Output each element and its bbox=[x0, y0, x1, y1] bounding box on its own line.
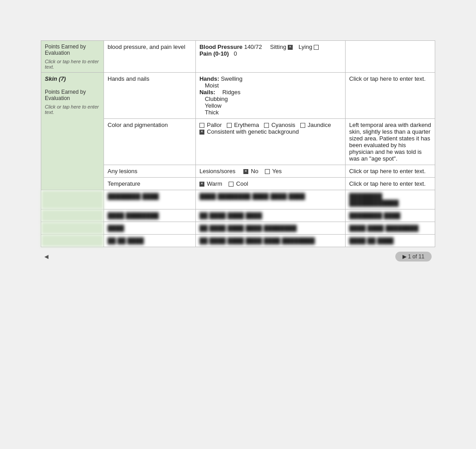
color-findings: Pallor Erythema Cyanosis Jaundice Consis… bbox=[195, 119, 345, 165]
color-category-text: Color and pigmentation bbox=[108, 122, 168, 128]
pallor-label: Pallor bbox=[207, 122, 222, 128]
blurred-row-4: ██ ██ ████ ██ ████ ████ ████ ████ ██████… bbox=[41, 235, 435, 247]
bp-findings: Blood Pressure 140/72 Sitting Lying Pain… bbox=[195, 41, 345, 73]
pallor-checkbox[interactable] bbox=[199, 123, 204, 128]
footer-bar: ◀ ▶ 1 of 11 bbox=[41, 250, 435, 263]
erythema-checkbox[interactable] bbox=[227, 123, 232, 128]
lying-checkbox[interactable] bbox=[314, 45, 319, 50]
bp-points-cell: Points Earned by Evaluation Click or tap… bbox=[41, 41, 104, 73]
nails-section: Nails: Ridges Clubbing Yellow Thick bbox=[199, 89, 342, 116]
blurred-find-3: ██ ████ ████ ████ ████████ bbox=[195, 222, 345, 235]
lesions-findings: Lesions/sores No Yes bbox=[195, 165, 345, 178]
sitting-checkbox[interactable] bbox=[288, 45, 293, 50]
lesions-category-text: Any lesions bbox=[108, 168, 137, 174]
cyanosis-checkbox[interactable] bbox=[264, 123, 269, 128]
bp-click-text[interactable]: Click or tap here to enter text. bbox=[45, 59, 100, 70]
pain-label: Pain (0-10) bbox=[199, 50, 229, 57]
warm-label: Warm bbox=[207, 180, 222, 187]
consistent-checkbox[interactable] bbox=[199, 130, 204, 135]
jaundice-label: Jaundice bbox=[307, 122, 331, 128]
color-notes-text: Left temporal area with darkend skin, sl… bbox=[349, 122, 431, 162]
nails-item-3: Thick bbox=[205, 109, 219, 116]
bp-row: Points Earned by Evaluation Click or tap… bbox=[41, 41, 435, 73]
nails-item-0: Ridges bbox=[222, 89, 240, 96]
skin-click-text[interactable]: Click or tap here to enter text. bbox=[45, 104, 100, 115]
nails-item-1: Clubbing bbox=[205, 96, 228, 102]
nails-label: Nails: bbox=[199, 89, 215, 96]
color-checkboxes: Pallor Erythema Cyanosis Jaundice bbox=[199, 122, 342, 128]
yes-label: Yes bbox=[272, 168, 281, 174]
bp-category: blood pressure, and pain level bbox=[104, 41, 196, 73]
yes-checkbox[interactable] bbox=[265, 169, 270, 174]
lesions-category: Any lesions bbox=[104, 165, 196, 178]
bp-bold-label: Blood Pressure bbox=[199, 44, 242, 50]
temp-category-text: Temperature bbox=[108, 180, 140, 187]
lesions-label: Lesions/sores bbox=[199, 168, 235, 174]
hands-notes[interactable]: Click or tap here to enter text. bbox=[346, 73, 435, 119]
blurred-find-1: ████ ████████ ████ ████ ████ bbox=[195, 190, 345, 209]
blurred-green-3 bbox=[41, 222, 104, 235]
blurred-notes-4: ████ ██ ████ bbox=[346, 235, 435, 247]
blurred-find-2: ██ ████ ████ ████ bbox=[195, 209, 345, 222]
skin-points-label: Points Earned by Evaluation bbox=[45, 89, 100, 101]
hands-category-text: Hands and nails bbox=[108, 75, 149, 82]
lesions-notes-text: Click or tap here to enter text. bbox=[349, 168, 426, 174]
lesions-notes[interactable]: Click or tap here to enter text. bbox=[346, 165, 435, 178]
blurred-cat-1: ████████ ████ bbox=[104, 190, 196, 209]
pain-row: Pain (0-10) 0 bbox=[199, 50, 342, 57]
blurred-row-1: ████████ ████ ████ ████████ ████ ████ ██… bbox=[41, 190, 435, 209]
blurred-row-2: ████ ████████ ██ ████ ████ ████ ████████… bbox=[41, 209, 435, 222]
color-notes: Left temporal area with darkend skin, sl… bbox=[346, 119, 435, 165]
points-label: Points Earned by Evaluation bbox=[45, 44, 100, 56]
blurred-notes-3: ████ ████ ████████ bbox=[346, 222, 435, 235]
blurred-cat-4: ██ ██ ████ bbox=[104, 235, 196, 247]
temp-category: Temperature bbox=[104, 178, 196, 190]
footer-left[interactable]: ◀ bbox=[44, 253, 48, 260]
blurred-green-2 bbox=[41, 209, 104, 222]
cool-label: Cool bbox=[236, 180, 248, 187]
cyanosis-label: Cyanosis bbox=[271, 122, 295, 128]
skin-row: Skin (7) Points Earned by Evaluation Cli… bbox=[41, 73, 435, 119]
nails-item-2: Yellow bbox=[205, 102, 221, 109]
hands-findings: Hands: Swelling Moist Nails: Ridges Club… bbox=[195, 73, 345, 119]
consistent-row: Consistent with genetic background bbox=[199, 128, 342, 135]
no-checkbox[interactable] bbox=[243, 169, 248, 174]
no-label: No bbox=[251, 168, 259, 174]
main-table: Points Earned by Evaluation Click or tap… bbox=[41, 40, 435, 247]
cool-checkbox[interactable] bbox=[229, 182, 234, 187]
hands-category: Hands and nails bbox=[104, 73, 196, 119]
hands-item-1: Moist bbox=[205, 82, 219, 89]
footer-right[interactable]: ▶ 1 of 11 bbox=[395, 252, 432, 262]
hands-item-0: Swelling bbox=[221, 75, 242, 82]
erythema-label: Erythema bbox=[234, 122, 259, 128]
bp-value: 140/72 bbox=[244, 44, 262, 50]
pain-value: 0 bbox=[234, 50, 237, 57]
temp-notes-text: Click or tap here to enter text. bbox=[349, 180, 426, 187]
skin-points-cell: Skin (7) Points Earned by Evaluation Cli… bbox=[41, 73, 104, 190]
warm-checkbox[interactable] bbox=[199, 182, 204, 187]
temp-notes[interactable]: Click or tap here to enter text. bbox=[346, 178, 435, 190]
blurred-green-4 bbox=[41, 235, 104, 247]
blurred-notes-1: ████████ ████████████ bbox=[346, 190, 435, 209]
bp-notes-cell bbox=[346, 41, 435, 73]
blurred-cat-3: ████ bbox=[104, 222, 196, 235]
blurred-row-3: ████ ██ ████ ████ ████ ████████ ████ ███… bbox=[41, 222, 435, 235]
hands-label: Hands: bbox=[199, 75, 219, 82]
blurred-green-1 bbox=[41, 190, 104, 209]
blurred-find-4: ██ ████ ████ ████ ████ ████████ bbox=[195, 235, 345, 247]
skin-header: Skin (7) bbox=[45, 75, 100, 82]
hands-notes-text: Click or tap here to enter text. bbox=[349, 75, 426, 82]
bp-category-text: blood pressure, and pain level bbox=[108, 44, 185, 50]
hands-section: Hands: Swelling Moist bbox=[199, 75, 342, 89]
bp-label-value: Blood Pressure 140/72 Sitting Lying bbox=[199, 44, 342, 50]
blurred-cat-2: ████ ████████ bbox=[104, 209, 196, 222]
blurred-notes-2: ████████ ████ bbox=[346, 209, 435, 222]
temp-findings: Warm Cool bbox=[195, 178, 345, 190]
sitting-label: Sitting bbox=[270, 44, 286, 50]
lying-label: Lying bbox=[299, 44, 312, 50]
color-category: Color and pigmentation bbox=[104, 119, 196, 165]
jaundice-checkbox[interactable] bbox=[300, 123, 305, 128]
consistent-label: Consistent with genetic background bbox=[207, 128, 299, 135]
page-wrapper: Points Earned by Evaluation Click or tap… bbox=[0, 0, 476, 449]
